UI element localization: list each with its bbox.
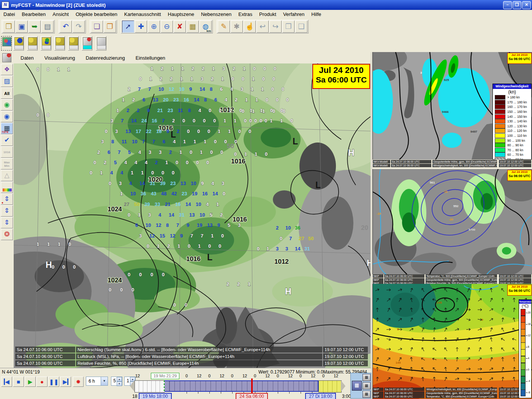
map-preset-1-button[interactable] bbox=[13, 36, 24, 51]
panel-850hpa[interactable]: 14589145 Jul 24 2010 Sa 06:00 UTC Temper… bbox=[372, 284, 532, 399]
scene-grid-large-icon[interactable]: ▦ bbox=[352, 381, 362, 391]
map-preset-4-button[interactable] bbox=[54, 36, 65, 51]
reduce-grid-button[interactable]: ⇕● bbox=[1, 193, 13, 205]
menu-item-produkt[interactable]: Produkt bbox=[256, 11, 280, 18]
map-preset-5-button[interactable] bbox=[68, 36, 79, 51]
svg-text:9: 9 bbox=[147, 108, 150, 113]
tab-datenreduzierung[interactable]: Datenreduzierung bbox=[80, 54, 130, 62]
chevron-down-icon[interactable]: ▼ bbox=[101, 377, 108, 385]
legend-row: 70 ... 80 kn bbox=[493, 148, 531, 153]
spin-down-icon[interactable]: ▼ bbox=[117, 382, 122, 386]
distance-button[interactable]: ◍km bbox=[200, 21, 212, 33]
step-back-button[interactable]: ◀ bbox=[1, 377, 12, 387]
zoom-out-button[interactable]: ⊖ bbox=[161, 21, 173, 33]
menu-item-hauptszene[interactable]: Hauptszene bbox=[165, 11, 198, 18]
application-window: N myFCST - Mainwindow [2] (ZUE sto/edit)… bbox=[0, 0, 532, 399]
title-bar[interactable]: N myFCST - Mainwindow [2] (ZUE sto/edit)… bbox=[0, 0, 532, 10]
timeline-past-segment[interactable] bbox=[135, 380, 165, 393]
import-button[interactable]: ➥ bbox=[28, 21, 41, 33]
timeline-cursor-label[interactable]: 19 Mo 21:29 bbox=[151, 373, 179, 379]
pick-object-button[interactable]: ☝ bbox=[244, 21, 256, 33]
history-back-button[interactable]: ↩ bbox=[256, 21, 269, 33]
select-objects-button[interactable]: ✱ bbox=[231, 21, 243, 33]
tab-einstellungen[interactable]: Einstellungen bbox=[130, 54, 171, 62]
tab-daten[interactable]: Daten bbox=[15, 54, 39, 62]
panel-500-canvas[interactable]: 561-18552-20-155700 bbox=[373, 169, 532, 274]
history-forward-button[interactable]: ↪ bbox=[269, 21, 282, 33]
isolines-button[interactable]: ◉ bbox=[1, 99, 13, 111]
panel-500hpa[interactable]: 561-18552-20-155700 Jul 24 2010 Sa 06:00… bbox=[372, 169, 532, 274]
save-button[interactable]: ▣ bbox=[16, 21, 28, 33]
select-tool-button[interactable]: ➚ bbox=[122, 21, 134, 33]
main-map[interactable]: 101210161016102010161024101610121024LLHL… bbox=[14, 63, 370, 368]
color-palette-button[interactable] bbox=[1, 182, 13, 193]
menu-item-extras[interactable]: Extras bbox=[235, 11, 256, 18]
timeline-right-arrow[interactable] bbox=[341, 380, 345, 392]
close-button[interactable]: ✕ bbox=[522, 1, 531, 9]
restore-button[interactable]: ❐ bbox=[513, 1, 521, 9]
undo-button[interactable]: ↶ bbox=[60, 21, 72, 33]
map-select-button[interactable]: ▦ bbox=[187, 21, 199, 33]
tick-mark bbox=[221, 392, 221, 394]
menu-item-kartenausschnitt[interactable]: Kartenausschnitt bbox=[121, 11, 165, 18]
paste-page-button[interactable]: ❑ bbox=[295, 21, 307, 33]
animate-button[interactable]: ✹ bbox=[73, 377, 84, 387]
step-forward-button[interactable]: ▶ bbox=[60, 377, 71, 387]
play-button[interactable]: ▶ bbox=[25, 377, 36, 387]
menu-item-ansicht[interactable]: Ansicht bbox=[49, 11, 72, 18]
all-parameters-button[interactable]: All bbox=[1, 87, 13, 99]
edit-mode-button[interactable]: ✎ bbox=[218, 21, 230, 33]
draw-objects-button[interactable]: ▨ bbox=[1, 76, 13, 87]
menu-item-verfahren[interactable]: Verfahren bbox=[280, 11, 308, 18]
timeline-selection-segment[interactable] bbox=[164, 380, 318, 392]
reduce-level-button[interactable]: ⇕ bbox=[1, 217, 13, 228]
timeline-left-arrow[interactable] bbox=[130, 380, 135, 392]
timeline-current-cursor[interactable] bbox=[251, 378, 253, 394]
timeline[interactable]: 1219 Mo 21:2901201201201201201201218 So1… bbox=[129, 374, 350, 399]
menu-item-nebenszenen[interactable]: Nebenszenen bbox=[198, 11, 235, 18]
reduce-time-button[interactable]: ⇕ bbox=[1, 205, 13, 217]
main-map-canvas[interactable]: 101210161016102010161024101610121024LLHL… bbox=[14, 63, 370, 368]
zoom-off-button[interactable]: ✘ bbox=[174, 21, 186, 33]
interval-select[interactable]: 6 h ▼ bbox=[86, 377, 108, 386]
redo-button[interactable]: ↷ bbox=[73, 21, 85, 33]
scene-image-button[interactable]: ❐ bbox=[104, 21, 116, 33]
pause-button[interactable]: ❚❚ bbox=[48, 377, 59, 387]
scene-manager-button[interactable]: ❖ bbox=[1, 64, 13, 75]
menu-item-objekte-bearbeiten[interactable]: Objekte bearbeiten bbox=[72, 11, 121, 18]
map-preset-6-button[interactable] bbox=[82, 36, 92, 51]
menu-item-bearbeiten[interactable]: Bearbeiten bbox=[18, 11, 49, 18]
stop-button[interactable]: ■ bbox=[13, 377, 24, 387]
steps-stepper[interactable]: 5 ▲▼ bbox=[111, 377, 122, 386]
menu-item-hilfe[interactable]: Hilfe bbox=[308, 11, 325, 18]
zoom-in-button[interactable]: ⊕ bbox=[148, 21, 160, 33]
scene-grid-1-icon[interactable]: ▦ bbox=[363, 374, 370, 381]
open-button[interactable]: ❒ bbox=[3, 21, 15, 33]
symbols-button[interactable]: ✔ bbox=[1, 135, 13, 146]
minimize-button[interactable]: – bbox=[503, 1, 512, 9]
record-button[interactable]: ● bbox=[36, 377, 48, 387]
print-button[interactable]: ▤ bbox=[41, 21, 54, 33]
grid-values-button[interactable]: ▦7374 bbox=[1, 123, 13, 134]
map-preset-3-button[interactable] bbox=[41, 36, 51, 51]
tab-visualisierung[interactable]: Visualisierung bbox=[39, 54, 81, 62]
panel-850-canvas[interactable]: 14589145 bbox=[373, 284, 532, 399]
button-label: 1016 bbox=[3, 150, 10, 154]
pan-tool-button[interactable]: ✚ bbox=[135, 21, 147, 33]
map-preset-2-button[interactable] bbox=[27, 36, 38, 51]
copy-page-button[interactable]: ❐ bbox=[282, 21, 294, 33]
rotate-view-button[interactable]: ❂ bbox=[1, 229, 13, 240]
scene-map-button[interactable] bbox=[1, 36, 12, 51]
svg-text:7: 7 bbox=[162, 118, 165, 124]
map-tools-button[interactable] bbox=[96, 36, 106, 51]
panel-wind-300[interactable]: 392594669497 Jul 24 2010 Sa 06:00 UTC Wi… bbox=[372, 52, 532, 160]
spin-up-icon[interactable]: ▲ bbox=[117, 377, 122, 382]
isosurface-button[interactable]: ◉ bbox=[1, 111, 13, 122]
timeline-future-segment[interactable] bbox=[318, 380, 342, 393]
scene-image-icon: ❐ bbox=[106, 22, 113, 30]
scene-properties-button[interactable]: ❏ bbox=[91, 21, 103, 33]
svg-text:31: 31 bbox=[150, 180, 155, 186]
scene-grid-3-icon[interactable]: ▦ bbox=[363, 391, 370, 398]
menu-item-datei[interactable]: Datei bbox=[0, 11, 18, 18]
scene-grid-2-icon[interactable]: ▦ bbox=[363, 382, 370, 390]
